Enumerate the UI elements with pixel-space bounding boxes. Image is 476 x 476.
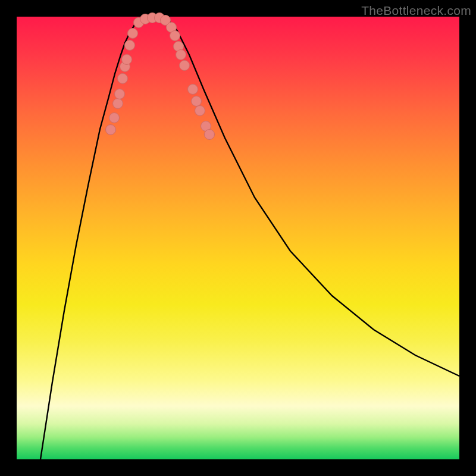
data-dot <box>106 125 116 135</box>
data-dot <box>170 31 180 41</box>
data-dot <box>205 130 215 140</box>
data-dot <box>122 55 132 65</box>
data-dot <box>109 113 120 123</box>
data-dot <box>180 61 190 71</box>
data-dot <box>195 106 205 116</box>
bottleneck-curve <box>40 17 459 459</box>
plot-area <box>17 17 459 459</box>
curve-layer <box>17 17 459 459</box>
data-dot <box>176 50 186 60</box>
data-dot <box>118 74 128 84</box>
chart-frame: TheBottleneck.com <box>0 0 476 476</box>
data-dot <box>188 84 198 95</box>
data-dot <box>128 29 138 39</box>
data-dot <box>113 99 123 109</box>
data-dot <box>192 96 202 107</box>
data-dot <box>115 89 125 99</box>
watermark-text: TheBottleneck.com <box>361 4 471 18</box>
data-dot <box>125 40 135 51</box>
